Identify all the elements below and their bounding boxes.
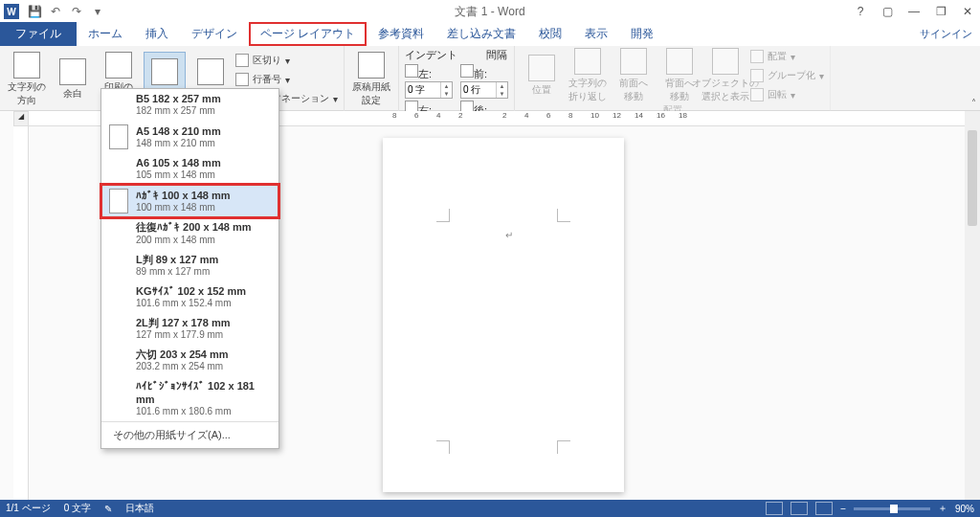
app-icon: W	[4, 4, 19, 19]
size-option[interactable]: B5 182 x 257 mm182 mm x 257 mm	[101, 89, 278, 121]
page-thumb-icon	[109, 124, 128, 149]
margin-corner-bl	[436, 440, 450, 454]
size-option[interactable]: 往復ﾊｶﾞｷ 200 x 148 mm200 mm x 148 mm	[101, 217, 278, 249]
ribbon-options-icon[interactable]: ▢	[875, 2, 900, 21]
position-button[interactable]: 位置	[521, 48, 563, 103]
group-arrange: 位置 文字列の 折り返し 前面へ 移動 背面へ 移動 オブジェクトの 選択と表示…	[515, 46, 831, 111]
group-icon	[750, 69, 764, 82]
size-option[interactable]: 2L判 127 x 178 mm127 mm x 177.9 mm	[101, 313, 278, 345]
zoom-out-button[interactable]: −	[840, 504, 846, 514]
size-option[interactable]: KGｻｲｽﾞ 102 x 152 mm101.6 mm x 152.4 mm	[101, 281, 278, 313]
size-option[interactable]: ﾊｲﾋﾞｼﾞｮﾝｻｲｽﾞ 102 x 181 mm101.6 mm x 180.…	[101, 376, 278, 420]
tab-references[interactable]: 参考資料	[367, 22, 435, 46]
close-icon[interactable]: ✕	[955, 2, 980, 21]
margin-corner-br	[557, 440, 570, 454]
vertical-scrollbar[interactable]	[965, 111, 980, 500]
qat-more-icon[interactable]: ▾	[90, 4, 105, 19]
save-icon[interactable]: 💾	[27, 4, 42, 19]
line-numbers-button[interactable]: 行番号▾	[235, 71, 338, 88]
size-option[interactable]: 六切 203 x 254 mm203.2 mm x 254 mm	[101, 345, 278, 376]
document-page[interactable]: ↵	[383, 138, 624, 492]
help-icon[interactable]: ?	[848, 2, 873, 21]
breaks-icon	[235, 54, 249, 67]
tab-mailings[interactable]: 差し込み文書	[435, 22, 527, 46]
size-option[interactable]: L判 89 x 127 mm89 mm x 127 mm	[101, 250, 278, 281]
genko-paper-button[interactable]: 原稿用紙 設定	[350, 52, 392, 107]
tab-review[interactable]: 校閲	[527, 22, 573, 46]
tab-file[interactable]: ファイル	[0, 22, 77, 46]
rotate-icon	[750, 88, 764, 101]
zoom-slider[interactable]	[854, 507, 930, 510]
scrollbar-thumb[interactable]	[968, 130, 977, 226]
paragraph-mark-icon: ↵	[505, 230, 513, 240]
margin-corner-tl	[436, 209, 450, 222]
align-icon	[750, 50, 764, 63]
undo-icon[interactable]: ↶	[48, 4, 63, 19]
tab-developer[interactable]: 開発	[619, 22, 665, 46]
tab-page-layout[interactable]: ページ レイアウト	[249, 22, 367, 46]
tab-insert[interactable]: 挿入	[134, 22, 180, 46]
group-objects-button[interactable]: グループ化▾	[750, 67, 824, 84]
group-genko: 原稿用紙 設定	[345, 46, 399, 111]
minimize-icon[interactable]: —	[902, 2, 926, 21]
size-option[interactable]: A6 105 x 148 mm105 mm x 148 mm	[101, 153, 278, 185]
zoom-level[interactable]: 90%	[955, 504, 974, 514]
margins-button[interactable]: 余白	[52, 52, 94, 107]
page-size-dropdown: B5 182 x 257 mm182 mm x 257 mmA5 148 x 2…	[100, 88, 279, 449]
tab-view[interactable]: 表示	[573, 22, 619, 46]
indent-left-icon	[405, 64, 418, 78]
margin-corner-tr	[557, 209, 570, 222]
view-print-button[interactable]	[791, 502, 808, 515]
more-paper-sizes[interactable]: その他の用紙サイズ(A)...	[101, 421, 278, 448]
window-title: 文書 1 - Word	[0, 4, 980, 20]
view-read-button[interactable]	[766, 502, 783, 515]
size-option[interactable]: ﾊｶﾞｷ 100 x 148 mm100 mm x 148 mm	[101, 185, 278, 217]
maximize-icon[interactable]: ❐	[928, 2, 953, 21]
breaks-button[interactable]: 区切り▾	[235, 52, 338, 69]
tab-home[interactable]: ホーム	[77, 22, 134, 46]
indent-left-input[interactable]: ▲▼	[405, 81, 453, 99]
redo-icon[interactable]: ↷	[69, 4, 84, 19]
language-status[interactable]: 日本語	[125, 502, 154, 515]
collapse-ribbon-icon[interactable]: ˄	[971, 98, 976, 108]
title-bar: W 💾 ↶ ↷ ▾ 文書 1 - Word ? ▢ — ❐ ✕	[0, 0, 980, 23]
ribbon-tabs: ファイル ホーム 挿入 デザイン ページ レイアウト 参考資料 差し込み文書 校…	[0, 23, 980, 46]
page-thumb-icon	[109, 189, 128, 214]
status-bar: 1/1 ページ 0 文字 ✎ 日本語 − ＋ 90%	[0, 500, 980, 517]
text-direction-button[interactable]: 文字列の 方向	[6, 52, 48, 107]
size-option[interactable]: A5 148 x 210 mm148 mm x 210 mm	[101, 121, 278, 153]
window-controls: ? ▢ — ❐ ✕	[848, 0, 980, 23]
sign-in-link[interactable]: サインイン	[920, 27, 972, 41]
line-num-icon	[235, 73, 249, 86]
view-web-button[interactable]	[815, 502, 833, 515]
quick-access-toolbar: 💾 ↶ ↷ ▾	[23, 4, 105, 19]
wrap-text-button[interactable]: 文字列の 折り返し	[567, 48, 609, 103]
bring-forward-button[interactable]: 前面へ 移動	[612, 48, 655, 103]
word-count[interactable]: 0 文字	[64, 502, 91, 515]
indent-label: インデント	[405, 48, 457, 62]
tab-design[interactable]: デザイン	[180, 22, 249, 46]
space-before-icon	[460, 64, 474, 78]
spacing-label: 間隔	[486, 48, 507, 62]
align-button[interactable]: 配置▾	[750, 48, 824, 65]
rotate-button[interactable]: 回転▾	[750, 86, 824, 103]
group-paragraph: インデント 間隔 左: ▲▼ 前: ▲▼ 右: ▲▼ 後: ▲▼ 段落	[399, 46, 515, 111]
selection-pane-button[interactable]: オブジェクトの 選択と表示	[704, 48, 746, 103]
zoom-in-button[interactable]: ＋	[938, 502, 947, 515]
proofing-icon[interactable]: ✎	[104, 504, 112, 514]
space-before-input[interactable]: ▲▼	[460, 81, 508, 99]
page-count[interactable]: 1/1 ページ	[6, 502, 51, 515]
vertical-ruler[interactable]	[13, 126, 29, 500]
ruler-corner: ◢	[13, 111, 29, 126]
